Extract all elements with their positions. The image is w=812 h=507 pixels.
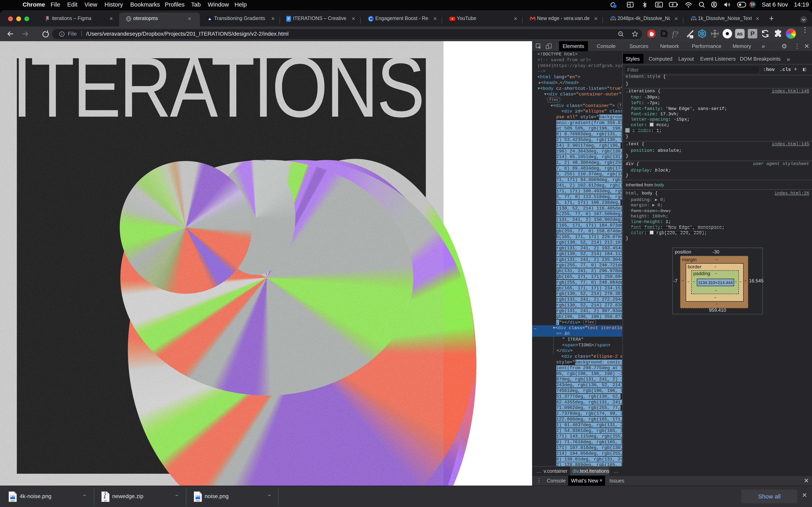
svg-text:ZIP: ZIP — [104, 500, 107, 502]
svg-text:PNG: PNG — [10, 500, 15, 502]
svg-text:PNG: PNG — [196, 500, 200, 502]
